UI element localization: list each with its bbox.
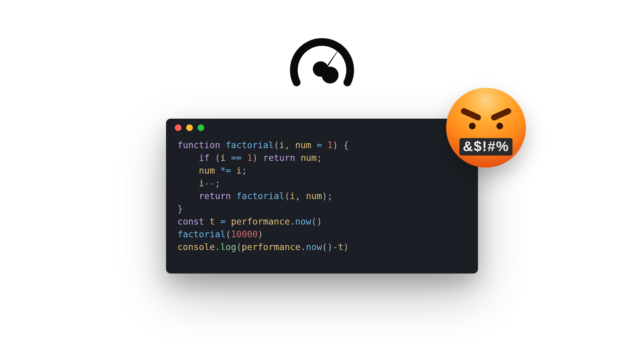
- window-close-button[interactable]: [175, 124, 181, 131]
- code-window: function factorial(i, num = 1) { if (i =…: [166, 119, 478, 274]
- illustration-stage: function factorial(i, num = 1) { if (i =…: [0, 0, 644, 362]
- emoji-brow-right: [490, 107, 512, 121]
- speed-gauge-icon: [287, 30, 357, 96]
- window-titlebar: [166, 119, 478, 137]
- emoji-face: &$!#%: [446, 88, 526, 168]
- emoji-swear-text: &$!#%: [460, 138, 513, 156]
- window-minimize-button[interactable]: [186, 124, 193, 131]
- svg-point-0: [313, 61, 328, 77]
- code-block: function factorial(i, num = 1) { if (i =…: [166, 137, 478, 253]
- window-zoom-button[interactable]: [198, 124, 204, 131]
- angry-swearing-emoji-icon: &$!#%: [446, 88, 526, 168]
- emoji-eye-left: [469, 123, 476, 129]
- keyword-function: function: [177, 140, 220, 150]
- function-name: factorial: [226, 140, 274, 150]
- emoji-brow-left: [460, 107, 482, 121]
- emoji-eye-right: [496, 123, 503, 129]
